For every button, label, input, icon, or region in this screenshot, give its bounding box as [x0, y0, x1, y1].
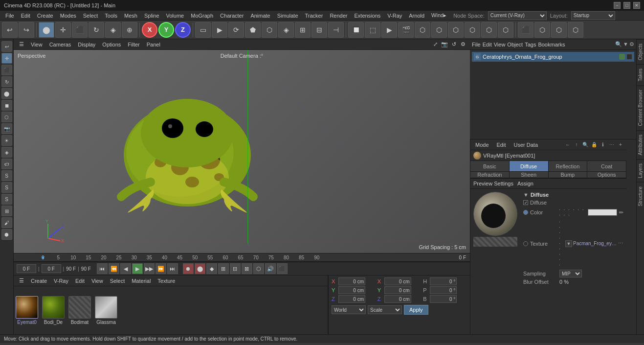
sidebar-icon-camera[interactable]: 📷 — [1, 123, 12, 134]
mat-select[interactable]: Select — [108, 277, 128, 285]
color-radio[interactable] — [523, 210, 528, 215]
prev-1-button[interactable]: ◀ — [120, 263, 131, 274]
menu-extensions[interactable]: Extensions — [351, 12, 384, 20]
nodespace-select[interactable]: Current (V-Ray) — [488, 11, 547, 20]
mode-move-button[interactable]: ✛ — [55, 22, 71, 38]
obj-tb-tags[interactable]: Tags — [525, 42, 536, 47]
mat-vray[interactable]: V-Ray — [51, 277, 71, 285]
preview-settings-button[interactable]: Preview Settings — [473, 181, 513, 186]
render-view-button[interactable]: ▶ — [381, 22, 397, 38]
mode-select-button[interactable]: ◈ — [105, 22, 121, 38]
color-edit-icon[interactable]: ✏ — [619, 209, 623, 216]
loop2-button[interactable]: ⊠ — [242, 263, 252, 274]
coord-h-input[interactable] — [430, 277, 457, 285]
autokey-button[interactable]: ⬤ — [195, 263, 205, 274]
obj-tb-edit[interactable]: Edit — [483, 42, 492, 47]
coord-scale-select[interactable]: Scale Size — [368, 305, 402, 314]
record-button[interactable]: ⏺ — [183, 263, 194, 274]
material-item-eyemat[interactable]: Eyemat0 — [16, 296, 38, 325]
props-search-icon[interactable]: 🔍 — [581, 141, 589, 149]
coord-x-input[interactable] — [338, 277, 365, 285]
obj-filter-icon[interactable]: ▼ — [623, 41, 628, 47]
vt-icon-settings[interactable]: ⚙ — [459, 41, 467, 48]
mode-scale-button[interactable]: ⬛ — [72, 22, 88, 38]
vt-icon-refresh[interactable]: ↺ — [450, 41, 458, 48]
vt-display[interactable]: Display — [75, 41, 98, 48]
tab-basic[interactable]: Basic — [470, 161, 510, 171]
rtab-attributes[interactable]: Attributes — [637, 130, 644, 159]
obj-btn-4[interactable]: ⬟ — [245, 22, 261, 38]
minimize-button[interactable]: − — [614, 2, 621, 9]
vt-options[interactable]: Options — [100, 41, 123, 48]
assign-button[interactable]: Assign — [517, 181, 533, 186]
undo-button[interactable]: ↩ — [2, 22, 18, 38]
vt-view[interactable]: View — [28, 41, 45, 48]
vt-cameras[interactable]: Cameras — [47, 41, 74, 48]
material-item-glassma[interactable]: Glassma — [95, 296, 117, 325]
menu-simulate[interactable]: Simulate — [274, 12, 302, 20]
key-button[interactable]: ◆ — [206, 263, 217, 274]
tab-reflection[interactable]: Reflection — [549, 161, 588, 171]
props-more-icon[interactable]: ⋯ — [608, 141, 616, 149]
redo-button[interactable]: ↪ — [19, 22, 34, 38]
sidebar-icon-grid[interactable]: ⊞ — [1, 206, 12, 216]
sidebar-icon-object[interactable]: ⬤ — [1, 88, 12, 99]
menu-mograph[interactable]: MoGraph — [187, 12, 217, 20]
props-info-icon[interactable]: ℹ — [599, 141, 607, 149]
obj-tb-view[interactable]: View — [494, 42, 506, 47]
mode-rotate-button[interactable]: ↻ — [89, 22, 104, 38]
vt-icon-maximize[interactable]: ⤢ — [431, 41, 439, 48]
sampling-select[interactable]: MIP None SAT — [559, 270, 582, 277]
tex-toggle-btn[interactable]: ▼ — [565, 240, 572, 247]
render-to-pic-button[interactable]: 🎬 — [398, 22, 414, 38]
obj-render-icon[interactable] — [626, 54, 632, 60]
sidebar-icon-tag[interactable]: 🏷 — [1, 159, 12, 169]
menu-animate[interactable]: Animate — [247, 12, 273, 20]
sidebar-icon-rotate[interactable]: ↻ — [1, 76, 12, 87]
material-item-bodide[interactable]: Bodi_De — [42, 296, 65, 325]
mat-material[interactable]: Material — [129, 277, 153, 285]
render-region-button[interactable]: ⬚ — [365, 22, 380, 38]
menu-character[interactable]: Character — [217, 12, 247, 20]
props-mode-button[interactable]: Mode — [472, 141, 492, 149]
sidebar-icon-light[interactable]: ☀ — [1, 135, 12, 146]
vt-panel[interactable]: Panel — [144, 41, 163, 48]
sound-button[interactable]: 🔊 — [265, 263, 276, 274]
sidebar-icon-cube[interactable]: ◼ — [1, 100, 12, 111]
props-up-icon[interactable]: ↑ — [573, 141, 580, 149]
props-lock-icon[interactable]: 🔒 — [590, 141, 598, 149]
3d-viewport[interactable]: Perspective Default Camera :° Grid Spaci… — [14, 50, 470, 253]
goto-start-button[interactable]: ⏮ — [97, 263, 108, 274]
sidebar-icon-sphere[interactable]: ⬡ — [1, 112, 12, 122]
tool-extra-1[interactable]: ⬛ — [518, 22, 533, 38]
obj-btn-6[interactable]: ◈ — [278, 22, 294, 38]
texture-radio[interactable] — [523, 241, 528, 246]
obj-btn-3[interactable]: ⟳ — [228, 22, 244, 38]
rtab-takes[interactable]: Takes — [637, 64, 644, 85]
material-item-bodimat[interactable]: Bodimat — [68, 296, 91, 325]
axis-y-button[interactable]: Y — [158, 22, 174, 38]
obj-btn-7[interactable]: ⊞ — [295, 22, 311, 38]
menu-create[interactable]: Create — [34, 12, 57, 20]
obj-mode-5[interactable]: ⬡ — [481, 22, 497, 38]
start-frame-input[interactable] — [17, 264, 36, 273]
tab-diffuse[interactable]: Diffuse — [510, 161, 549, 171]
obj-btn-8[interactable]: ⊟ — [311, 22, 327, 38]
mat-texture[interactable]: Texture — [155, 277, 178, 285]
menu-vray[interactable]: V-Ray — [384, 12, 405, 20]
sidebar-icon-s3[interactable]: S — [1, 194, 12, 205]
mat-edit[interactable]: Edit — [73, 277, 87, 285]
menu-file[interactable]: File — [2, 12, 18, 20]
obj-mode-4[interactable]: ⬡ — [465, 22, 480, 38]
obj-btn-1[interactable]: ▭ — [195, 22, 211, 38]
prev-frame-button[interactable]: ⏪ — [109, 263, 119, 274]
menu-arnold[interactable]: Arnold — [405, 12, 428, 20]
obj-search-icon[interactable]: 🔍 — [615, 41, 622, 47]
menu-tracker[interactable]: Tracker — [302, 12, 327, 20]
rtab-objects[interactable]: Objects — [637, 39, 644, 64]
menu-tools[interactable]: Tools — [101, 12, 121, 20]
sidebar-icon-s2[interactable]: S — [1, 182, 12, 193]
path-button[interactable]: ⬡ — [253, 263, 264, 274]
sidebar-icon-deform[interactable]: ⬢ — [1, 229, 12, 240]
axis-x-button[interactable]: X — [142, 22, 157, 38]
